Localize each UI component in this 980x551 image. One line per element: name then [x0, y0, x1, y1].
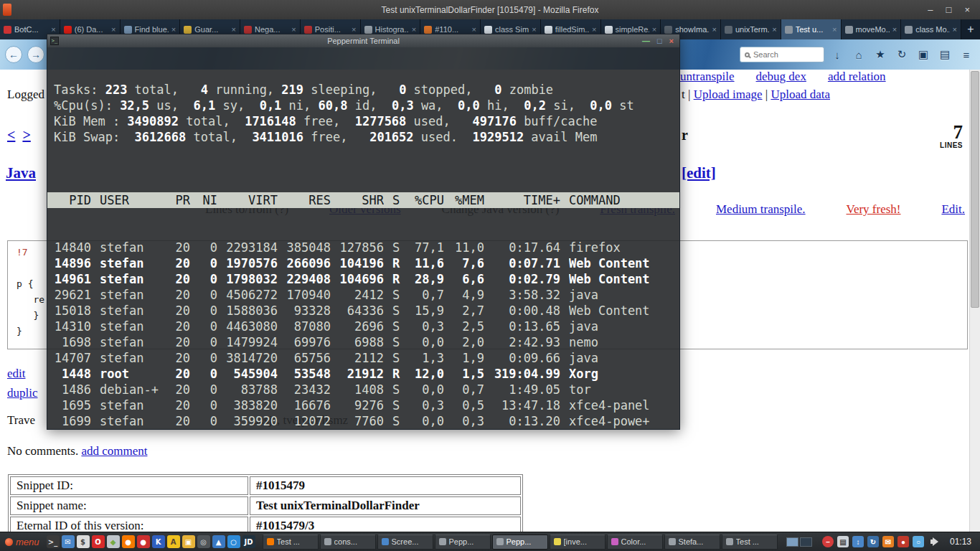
previous-snippet-link[interactable]: < — [7, 127, 15, 143]
terminal-output[interactable]: Tasks: 223 total, 4 running, 219 sleepin… — [47, 47, 679, 429]
sidebar-icon[interactable]: ▤ — [937, 47, 953, 62]
taskbar-window-button[interactable]: Stefa... — [664, 534, 720, 550]
terminal-titlebar[interactable]: >_ Peppermint Terminal — □ × — [47, 34, 679, 47]
workspace-cell[interactable] — [786, 537, 798, 547]
terminal-minimize-button[interactable]: — — [642, 37, 650, 45]
tab-close-icon[interactable]: × — [592, 25, 596, 34]
tab-label: Nega... — [255, 25, 288, 34]
snippet-heading-link[interactable]: Java — [6, 164, 36, 182]
taskbar-window-button[interactable]: Pepp... — [435, 534, 491, 550]
action-link[interactable]: debug dex — [756, 70, 806, 84]
duplicate-link[interactable]: duplic — [7, 386, 38, 400]
mail-tray-icon[interactable]: ✉ — [882, 536, 894, 547]
media-launcher-icon[interactable]: ● — [137, 535, 150, 548]
tab-close-icon[interactable]: × — [51, 25, 55, 34]
window-titlebar[interactable]: Test unixTerminalDollarFinder [1015479] … — [0, 0, 980, 19]
close-button[interactable]: × — [964, 4, 970, 15]
tab-close-icon[interactable]: × — [532, 25, 536, 34]
taskbar-window-button[interactable]: cons... — [320, 534, 376, 550]
action-link[interactable]: untranspile — [680, 70, 735, 84]
cloud-tray-icon[interactable]: ○ — [913, 536, 924, 547]
version-link[interactable]: Edit. — [941, 202, 965, 217]
opera-launcher-icon[interactable]: O — [92, 535, 105, 548]
tab-close-icon[interactable]: × — [171, 25, 176, 34]
next-snippet-link[interactable]: > — [22, 127, 30, 143]
firefox-launcher-icon[interactable]: ● — [122, 535, 135, 548]
hamburger-menu-icon[interactable]: ≡ — [958, 47, 974, 62]
minimize-button[interactable]: – — [928, 4, 933, 15]
tab-close-icon[interactable]: × — [232, 25, 236, 34]
page-scrollbar[interactable] — [969, 70, 980, 532]
network-tray-icon[interactable]: ↕ — [852, 536, 864, 547]
mail-launcher-icon[interactable]: ✉ — [62, 535, 75, 548]
tab-close-icon[interactable]: × — [892, 25, 897, 34]
globe-launcher-icon[interactable]: ○ — [227, 535, 240, 548]
screenshot-icon[interactable]: ▣ — [915, 47, 931, 62]
kate-launcher-icon[interactable]: K — [152, 535, 165, 548]
tab-close-icon[interactable]: × — [111, 25, 116, 34]
volume-icon[interactable] — [930, 537, 941, 547]
chat-tray-icon[interactable]: ● — [897, 536, 909, 547]
workspace-cell[interactable] — [800, 537, 812, 547]
tab-close-icon[interactable]: × — [832, 25, 837, 34]
clipboard-tray-icon[interactable]: ▤ — [837, 536, 849, 547]
tab-close-icon[interactable]: × — [291, 25, 296, 34]
taskbar-window-button[interactable]: Test ... — [263, 534, 319, 550]
finance-launcher-icon[interactable]: $ — [77, 535, 90, 548]
update-tray-icon[interactable]: – — [822, 536, 834, 547]
amarok-launcher-icon[interactable]: A — [167, 535, 180, 548]
browser-tab[interactable]: moveMo...× — [842, 19, 902, 39]
jdownloader-launcher-icon[interactable]: JD — [242, 535, 255, 548]
screenshot-launcher-icon[interactable]: ◎ — [197, 535, 210, 548]
terminal-launcher-icon[interactable]: >_ — [47, 535, 60, 548]
taskbar-window-button[interactable]: Color... — [607, 534, 663, 550]
no-comments-text: No comments. — [7, 444, 78, 458]
home-icon[interactable]: ⌂ — [851, 47, 867, 62]
taskbar-window-button[interactable]: Pepp... — [492, 534, 548, 550]
menu-button[interactable]: menu — [4, 537, 44, 547]
version-link[interactable]: Medium transpile. — [716, 202, 806, 217]
window-icon — [496, 538, 504, 545]
add-comment-link[interactable]: add comment — [81, 444, 147, 458]
scrollbar-thumb[interactable] — [971, 71, 979, 308]
tab-close-icon[interactable]: × — [953, 25, 957, 34]
top-column-header: %MEM — [453, 192, 484, 208]
refresh-icon[interactable]: ↻ — [894, 47, 910, 62]
folder-launcher-icon[interactable]: ▣ — [182, 535, 195, 548]
download-icon[interactable]: ↓ — [829, 47, 845, 62]
tab-close-icon[interactable]: × — [652, 25, 656, 34]
back-button[interactable]: ← — [5, 46, 22, 63]
tab-close-icon[interactable]: × — [412, 25, 416, 34]
browser-tab[interactable]: unixTerm...× — [721, 19, 781, 39]
action-link[interactable]: add relation — [828, 70, 886, 84]
taskbar-window-button[interactable]: Test ... — [722, 534, 778, 550]
search-input[interactable] — [753, 50, 819, 59]
bookmarks-star-icon[interactable]: ★ — [872, 47, 888, 62]
vlc-launcher-icon[interactable]: ▲ — [212, 535, 225, 548]
browser-tab[interactable]: class Mo...× — [901, 19, 961, 39]
taskbar-clock[interactable]: 01:13 — [950, 537, 971, 547]
package-launcher-icon[interactable]: ◆ — [107, 535, 120, 548]
edit-heading-link[interactable]: [edit] — [682, 164, 716, 182]
version-link[interactable]: Very fresh! — [847, 202, 901, 217]
taskbar-window-button[interactable]: Scree... — [377, 534, 433, 550]
edit-link[interactable]: edit — [7, 367, 26, 380]
forward-button[interactable]: → — [27, 46, 44, 63]
search-box[interactable] — [740, 47, 824, 62]
terminal-close-button[interactable]: × — [669, 37, 674, 45]
terminal-maximize-button[interactable]: □ — [657, 37, 662, 45]
taskbar-window-button[interactable]: [inve... — [550, 534, 606, 550]
tab-close-icon[interactable]: × — [772, 25, 776, 34]
top-column-header: RES — [286, 192, 331, 208]
top-process-list: 14840stefan2002293184385048127856S77,111… — [47, 240, 679, 429]
new-tab-button[interactable]: + — [961, 19, 980, 39]
browser-tab[interactable]: Test u...× — [781, 19, 842, 39]
tab-close-icon[interactable]: × — [472, 25, 476, 34]
maximize-button[interactable]: □ — [946, 4, 952, 15]
tab-close-icon[interactable]: × — [352, 25, 356, 34]
sync-tray-icon[interactable]: ↻ — [867, 536, 879, 547]
top-summary-line: KiB Mem : 3490892 total, 1716148 free, 1… — [47, 113, 679, 129]
upload-image-link[interactable]: Upload image — [694, 88, 763, 101]
tab-close-icon[interactable]: × — [712, 25, 717, 34]
upload-data-link[interactable]: Upload data — [771, 88, 830, 101]
